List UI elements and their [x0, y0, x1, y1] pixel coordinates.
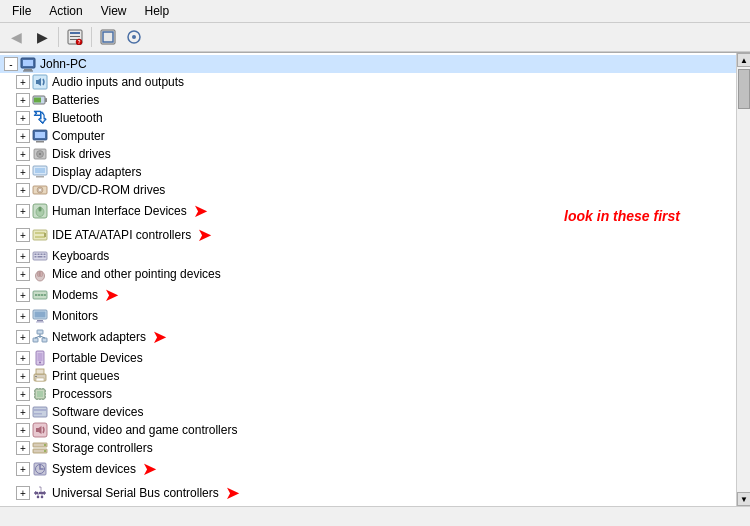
list-item[interactable]: + Software devices: [0, 403, 736, 421]
item-label-display: Display adapters: [52, 165, 141, 179]
scroll-up-btn[interactable]: ▲: [737, 53, 750, 67]
expand-btn-disk[interactable]: +: [16, 147, 30, 161]
scroll-down-btn[interactable]: ▼: [737, 492, 750, 506]
list-item[interactable]: + Display adapters: [0, 163, 736, 181]
menu-action[interactable]: Action: [41, 2, 90, 20]
list-item[interactable]: + IDE ATA/ATAPI controllers ➤: [0, 223, 736, 247]
expand-btn-modems[interactable]: +: [16, 288, 30, 302]
expand-btn-mice[interactable]: +: [16, 267, 30, 281]
expand-btn-print[interactable]: +: [16, 369, 30, 383]
svg-rect-59: [37, 330, 43, 334]
expand-root[interactable]: -: [4, 57, 18, 71]
menu-file[interactable]: File: [4, 2, 39, 20]
svg-rect-39: [38, 254, 40, 256]
item-label-usb: Universal Serial Bus controllers: [52, 486, 219, 500]
svg-point-54: [44, 294, 46, 296]
list-item[interactable]: + Keyboards: [0, 247, 736, 265]
expand-btn-dvd[interactable]: +: [16, 183, 30, 197]
list-item[interactable]: + Disk drives: [0, 145, 736, 163]
expand-btn-keyboards[interactable]: +: [16, 249, 30, 263]
expand-btn-usb[interactable]: +: [16, 486, 30, 500]
expand-btn-bluetooth[interactable]: +: [16, 111, 30, 125]
expand-btn-portable[interactable]: +: [16, 351, 30, 365]
item-label-sound: Sound, video and game controllers: [52, 423, 237, 437]
svg-rect-41: [44, 254, 46, 256]
item-label-computer: Computer: [52, 129, 105, 143]
scan-button[interactable]: [122, 26, 146, 48]
svg-rect-32: [39, 207, 42, 212]
list-item[interactable]: + Batteries: [0, 91, 736, 109]
list-item[interactable]: + System devices ➤: [0, 457, 736, 481]
list-item[interactable]: + Sound, video and game controllers: [0, 421, 736, 439]
svg-rect-66: [38, 353, 43, 361]
list-item[interactable]: + Monitors: [0, 307, 736, 325]
list-item[interactable]: + Proces: [0, 385, 736, 403]
root-label: John-PC: [40, 57, 87, 71]
tree-panel: - John-PC + Audio in: [0, 53, 736, 506]
list-item[interactable]: + ⮷ Bluetooth: [0, 109, 736, 127]
disk-icon: [32, 146, 48, 162]
expand-btn-sound[interactable]: +: [16, 423, 30, 437]
expand-btn-processors[interactable]: +: [16, 387, 30, 401]
expand-btn-computer[interactable]: +: [16, 129, 30, 143]
scroll-thumb[interactable]: [738, 69, 750, 109]
list-item[interactable]: + Mice and other pointing devices: [0, 265, 736, 283]
usb-icon: [32, 485, 48, 501]
item-label-software: Software devices: [52, 405, 143, 419]
item-label-ide: IDE ATA/ATAPI controllers: [52, 228, 191, 242]
svg-rect-25: [35, 168, 45, 173]
menu-help[interactable]: Help: [137, 2, 178, 20]
update-button[interactable]: [96, 26, 120, 48]
expand-btn-batteries[interactable]: +: [16, 93, 30, 107]
list-item[interactable]: + Human Interface Devices ➤: [0, 199, 736, 223]
svg-rect-26: [36, 176, 44, 178]
list-item[interactable]: + Storage controllers: [0, 439, 736, 457]
expand-btn-display[interactable]: +: [16, 165, 30, 179]
back-button[interactable]: ◀: [4, 26, 28, 48]
properties-button[interactable]: ?: [63, 26, 87, 48]
svg-rect-2: [70, 36, 80, 37]
svg-rect-44: [44, 256, 46, 258]
list-item[interactable]: + Print queues: [0, 367, 736, 385]
svg-rect-70: [36, 378, 44, 381]
expand-btn-storage[interactable]: +: [16, 441, 30, 455]
list-item[interactable]: + DVD/CD-ROM drives: [0, 181, 736, 199]
svg-rect-46: [38, 272, 41, 277]
expand-btn-system[interactable]: +: [16, 462, 30, 476]
list-item[interactable]: + Network adapters ➤: [0, 325, 736, 349]
sound-icon: [32, 422, 48, 438]
menu-view[interactable]: View: [93, 2, 135, 20]
expand-btn-hid[interactable]: +: [16, 204, 30, 218]
expand-btn-audio[interactable]: +: [16, 75, 30, 89]
system-icon: [32, 461, 48, 477]
expand-btn-ide[interactable]: +: [16, 228, 30, 242]
tree-root[interactable]: - John-PC: [0, 55, 736, 73]
expand-btn-software[interactable]: +: [16, 405, 30, 419]
scrollbar[interactable]: ▲ ▼: [736, 53, 750, 506]
menu-bar: File Action View Help: [0, 0, 750, 23]
svg-rect-42: [35, 256, 37, 258]
toolbar: ◀ ▶ ?: [0, 23, 750, 52]
expand-btn-monitors[interactable]: +: [16, 309, 30, 323]
svg-point-92: [44, 444, 46, 446]
svg-rect-38: [35, 254, 37, 256]
svg-rect-88: [34, 413, 42, 415]
item-label-portable: Portable Devices: [52, 351, 143, 365]
item-label-bluetooth: Bluetooth: [52, 111, 103, 125]
item-label-batteries: Batteries: [52, 93, 99, 107]
list-item[interactable]: + Portable Devices: [0, 349, 736, 367]
monitors-icon: [32, 308, 48, 324]
list-item[interactable]: + Computer: [0, 127, 736, 145]
batteries-icon: [32, 92, 48, 108]
svg-rect-43: [38, 256, 43, 258]
list-item[interactable]: + Universal Serial Bus controllers ➤: [0, 481, 736, 505]
display-icon: [32, 164, 48, 180]
forward-button[interactable]: ▶: [30, 26, 54, 48]
item-label-disk: Disk drives: [52, 147, 111, 161]
list-item[interactable]: + Audio inputs and outputs: [0, 73, 736, 91]
item-label-hid: Human Interface Devices: [52, 204, 187, 218]
svg-rect-57: [37, 320, 43, 322]
svg-rect-87: [34, 409, 46, 411]
expand-btn-network[interactable]: +: [16, 330, 30, 344]
list-item[interactable]: + Modems ➤: [0, 283, 736, 307]
